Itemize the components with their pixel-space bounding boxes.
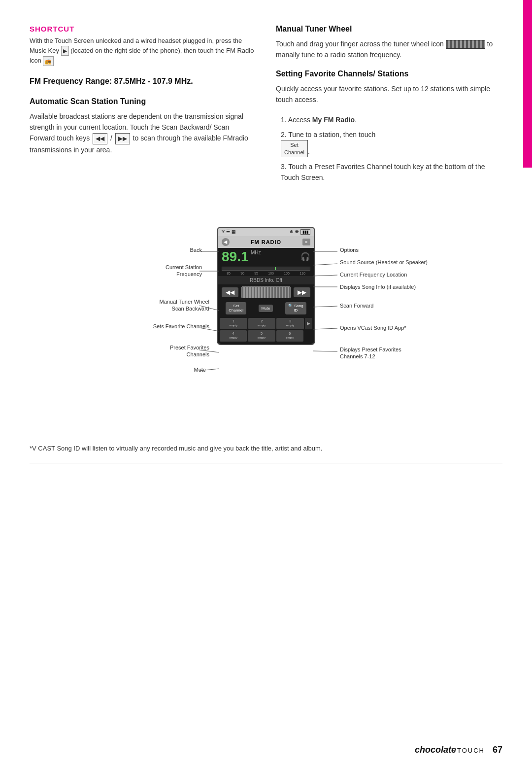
scan-backward-btn[interactable]: ◀◀ — [222, 287, 238, 297]
separator — [30, 463, 502, 463]
label-sets-favorite: Sets Favorite Channels — [153, 323, 209, 330]
preset-next-arrow[interactable]: ▶ — [305, 318, 312, 329]
favorite-channels-intro: Quickly access your favorite stations. S… — [276, 83, 502, 105]
shortcut-label: SHORTCUT — [30, 25, 256, 33]
scan-back-btn[interactable]: ◀◀ — [93, 133, 107, 144]
preset-6[interactable]: 6empty — [276, 330, 303, 342]
control-row: ◀◀ ▶▶ — [218, 284, 314, 300]
sidebar-accent — [523, 0, 532, 168]
favorite-channels-heading: Setting Favorite Channels/ Stations — [276, 70, 502, 78]
frequency-unit: MHz — [251, 250, 261, 255]
label-mute: Mute — [194, 366, 206, 373]
freq-slider-row — [218, 266, 314, 272]
svg-line-12 — [313, 351, 337, 351]
set-channel-button[interactable]: SetChannel — [281, 140, 308, 157]
label-options: Options — [340, 246, 359, 253]
label-song-info: Displays Song Info (if available) — [340, 283, 416, 290]
tuner-wheel-bar — [446, 40, 485, 49]
scan-fwd-btn[interactable]: ▶▶ — [115, 133, 130, 144]
auto-scan-heading: Automatic Scan Station Tuning — [30, 97, 256, 106]
label-preset-favorites: Preset FavoritesChannels — [170, 344, 209, 358]
manual-tuner-heading: Manual Tuner Wheel — [276, 25, 502, 34]
menu-button[interactable]: ≡ — [302, 239, 310, 245]
frequency-display: 89.1 MHz 🎧 — [218, 248, 314, 266]
rbds-row: RBDS Info. Off — [218, 276, 314, 284]
fm-radio-icon: 📻 — [43, 56, 54, 67]
headset-icon: 🎧 — [300, 252, 310, 261]
action-row: SetChannel Mute 🔍 SongID — [218, 300, 314, 316]
preset-5[interactable]: 5empty — [248, 330, 275, 342]
svg-line-11 — [313, 328, 337, 329]
label-back: Back — [190, 246, 202, 253]
fm-radio-title: FM RADIO — [251, 239, 281, 245]
auto-scan-body: Available broadcast stations are depende… — [30, 111, 256, 156]
step-2: 2. Tune to a station, then touch SetChan… — [281, 129, 502, 157]
tuner-wheel-phone[interactable] — [241, 286, 291, 298]
label-scan-forward: Scan Forward — [340, 302, 373, 309]
page-footer: chocolateTOUCH 67 — [415, 745, 502, 755]
freq-labels: 85 90 95 100 105 110 — [218, 272, 314, 276]
svg-line-7 — [313, 264, 337, 265]
back-button[interactable]: ◀ — [222, 238, 230, 246]
preset-2[interactable]: 2empty — [248, 318, 276, 329]
label-current-freq: Current Frequency Location — [340, 271, 407, 278]
page-number: 67 — [493, 745, 502, 755]
step-3: 3. Touch a Preset Favorites Channel touc… — [281, 161, 502, 183]
mute-btn[interactable]: Mute — [259, 305, 273, 313]
shortcut-text: With the Touch Screen unlocked and a wir… — [30, 36, 256, 66]
phone-header: ◀ FM RADIO ≡ — [218, 236, 314, 248]
label-sound-source: Sound Source (Headset or Speaker) — [340, 259, 428, 266]
music-key-icon: ▶ — [61, 46, 69, 56]
frequency-value: 89.1 — [222, 249, 249, 264]
scan-forward-btn[interactable]: ▶▶ — [294, 287, 310, 297]
phone-screen: Y☰▦ ⊕❋▮▮▮ ◀ FM RADIO ≡ — [217, 227, 313, 345]
fm-frequency-range: FM Frequency Range: 87.5MHz - 107.9 MHz. — [30, 76, 256, 87]
preset-row-2: 4empty 5empty 6empty — [220, 330, 312, 342]
phone-diagram-section: Back Current StationFrequency Manual Tun… — [30, 202, 502, 429]
step-1: 1. Access My FM Radio. — [281, 114, 502, 125]
label-manual-tuner-scan: Manual Tuner WheelScan Backward — [160, 298, 210, 313]
label-vcast: Opens VCast Song ID App* — [340, 324, 406, 331]
preset-channels: 1empty 2empty 3empty ▶ 4empty 5empty 6em… — [218, 316, 314, 344]
preset-3[interactable]: 3empty — [276, 318, 304, 329]
preset-1[interactable]: 1empty — [220, 318, 247, 329]
label-current-station: Current StationFrequency — [166, 264, 202, 278]
svg-line-10 — [313, 306, 337, 307]
song-id-btn[interactable]: 🔍 SongID — [285, 302, 306, 314]
set-channel-action-btn[interactable]: SetChannel — [226, 302, 246, 314]
manual-tuner-body: Touch and drag your finger across the tu… — [276, 38, 502, 61]
brand-name: chocolateTOUCH — [415, 745, 485, 755]
label-preset-7-12: Displays Preset FavoritesChannels 7-12 — [340, 346, 401, 360]
freq-marker — [275, 267, 276, 270]
svg-line-8 — [313, 275, 337, 276]
freq-scale — [222, 267, 310, 271]
phone-status-bar: Y☰▦ ⊕❋▮▮▮ — [218, 228, 314, 236]
preset-4[interactable]: 4empty — [220, 330, 247, 342]
preset-row-1: 1empty 2empty 3empty ▶ — [220, 318, 312, 329]
footnote: *V CAST Song ID will listen to virtually… — [30, 439, 502, 453]
